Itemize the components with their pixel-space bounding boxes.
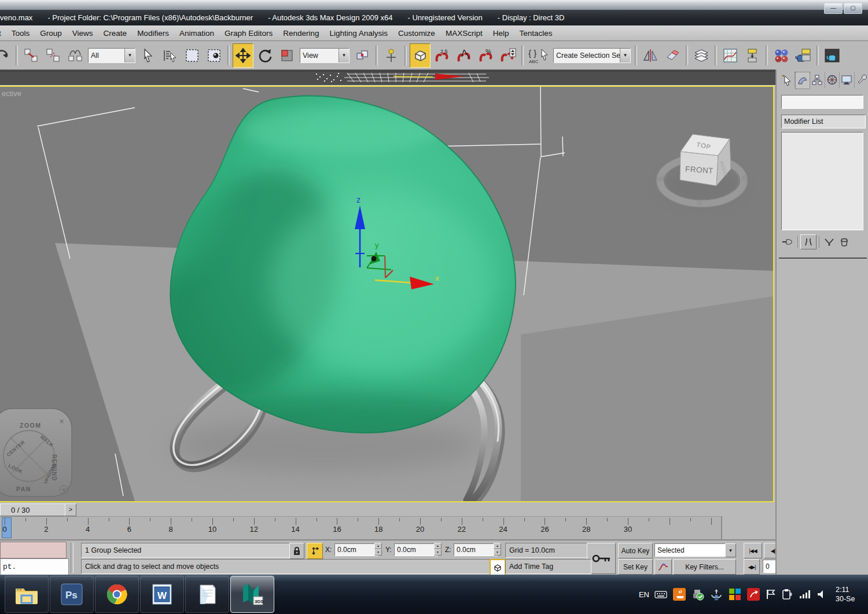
z-coordinate-field[interactable]: 0.0cm	[454, 543, 498, 556]
select-and-manipulate-icon[interactable]	[381, 43, 402, 68]
x-spinner[interactable]: ▲▼	[374, 543, 382, 556]
y-spinner[interactable]: ▲▼	[434, 543, 442, 556]
render-setup-icon[interactable]	[793, 43, 814, 68]
time-slider-track[interactable]: 0 / 30 >	[0, 502, 775, 516]
tab-modify[interactable]	[795, 72, 811, 89]
named-selection-set-dropdown[interactable]: Create Selection Set ▼	[553, 48, 631, 63]
named-selection-sets-icon[interactable]: { }ABC	[527, 43, 551, 68]
tab-utilities[interactable]	[855, 72, 868, 88]
x-coordinate-field[interactable]: 0.0cm	[334, 543, 378, 556]
menu-item-tools[interactable]: Tools	[6, 29, 35, 38]
menu-item-group[interactable]: Group	[35, 29, 67, 38]
menu-item-help[interactable]: Help	[488, 29, 514, 38]
maximize-button[interactable]: ▢	[844, 3, 862, 14]
listener-splitter[interactable]	[71, 543, 73, 573]
power-plug-icon[interactable]	[782, 589, 793, 600]
window-crossing-icon[interactable]	[204, 43, 225, 68]
java-icon[interactable]	[673, 588, 686, 601]
perspective-viewport[interactable]: z y x W S E	[0, 87, 773, 501]
viewport-label[interactable]: ective	[2, 89, 21, 98]
menu-item-animation[interactable]: Animation	[174, 29, 219, 38]
minimize-button[interactable]: —	[824, 3, 843, 14]
chevron-down-icon[interactable]: ▼	[339, 49, 349, 62]
taskbar-word[interactable]: W	[140, 576, 184, 613]
time-slider-handle[interactable]: 0 / 30	[0, 503, 74, 516]
reference-coordinate-dropdown[interactable]: View ▼	[300, 48, 350, 63]
menu-item-maxscript[interactable]: MAXScript	[440, 29, 488, 38]
schematic-view-icon[interactable]	[742, 43, 763, 68]
bind-to-space-warp-icon[interactable]	[65, 43, 86, 68]
volume-icon[interactable]	[816, 589, 827, 600]
menu-item-views[interactable]: Views	[67, 29, 98, 38]
percent-snap-icon[interactable]: %	[476, 43, 496, 68]
track-bar[interactable]: 024681012141618202224262830	[0, 516, 775, 540]
show-end-result-icon[interactable]	[800, 234, 816, 249]
wheel-close-icon[interactable]: ✕	[59, 418, 64, 425]
menu-item-t[interactable]: t	[0, 29, 6, 38]
pin-stack-icon[interactable]	[780, 235, 795, 249]
key-filter-dropdown[interactable]: Selected	[654, 543, 731, 557]
select-object-icon[interactable]	[138, 43, 159, 68]
select-and-link-icon[interactable]	[21, 43, 42, 68]
new-key-default-in-tangent-icon[interactable]	[654, 559, 672, 575]
squeezed-viewport-strip[interactable]	[0, 71, 775, 86]
keyboard-icon[interactable]	[654, 590, 667, 598]
select-and-rotate-icon[interactable]	[255, 43, 275, 68]
set-key-button[interactable]: Set Key	[618, 559, 653, 575]
snaps-toggle-icon[interactable]	[410, 43, 431, 68]
menu-item-rendering[interactable]: Rendering	[278, 29, 324, 38]
language-indicator[interactable]: EN	[639, 590, 649, 599]
angle-snap-icon[interactable]	[454, 43, 475, 68]
modifier-stack-list[interactable]	[781, 132, 863, 230]
menu-item-modifiers[interactable]: Modifiers	[132, 29, 174, 38]
spinner-snap-icon[interactable]	[498, 43, 518, 68]
select-and-move-icon[interactable]	[233, 43, 253, 68]
rectangular-selection-region-icon[interactable]	[182, 43, 203, 68]
menu-item-customize[interactable]: Customize	[393, 29, 440, 38]
tab-create[interactable]	[780, 72, 795, 88]
taskbar-notepad[interactable]	[185, 576, 229, 613]
taskbar-windows-explorer[interactable]	[5, 576, 49, 613]
curve-editor-icon[interactable]	[720, 43, 741, 68]
unlink-selection-icon[interactable]	[43, 43, 64, 68]
make-unique-icon[interactable]	[822, 235, 837, 249]
layer-manager-icon[interactable]	[691, 43, 712, 68]
redo-icon[interactable]	[0, 43, 13, 68]
taskbar-clock[interactable]: 2:11 30-Se	[836, 585, 868, 604]
select-and-scale-icon[interactable]	[277, 43, 297, 68]
action-center-flag-icon[interactable]	[766, 589, 776, 600]
z-spinner[interactable]: ▲▼	[494, 543, 501, 556]
go-to-start-button[interactable]: |◀◀	[744, 543, 762, 558]
modifier-list-dropdown[interactable]: Modifier List	[781, 115, 866, 128]
key-mode-toggle[interactable]: ◀▶|	[744, 559, 760, 575]
taskbar-3ds-max[interactable]: 3DS	[230, 576, 274, 613]
tab-display[interactable]	[840, 72, 855, 88]
align-icon[interactable]	[662, 43, 683, 68]
maxscript-listener-white[interactable]: pt.	[0, 558, 69, 575]
material-editor-icon[interactable]	[771, 43, 792, 68]
mirror-icon[interactable]	[640, 43, 661, 68]
usb-device-icon[interactable]	[692, 588, 704, 601]
chevron-down-icon[interactable]: ▼	[620, 49, 630, 62]
taskbar-photoshop[interactable]: Ps	[50, 576, 94, 613]
maxscript-listener-pink[interactable]	[0, 542, 67, 558]
selection-lock-toggle[interactable]	[289, 543, 304, 559]
window-titlebar[interactable]: veno.max - Project Folder: C:\Program Fi…	[0, 10, 868, 25]
chevron-down-icon[interactable]: ▼	[124, 49, 135, 62]
taskbar-chrome[interactable]	[95, 576, 139, 613]
steering-wheel[interactable]: ZOOM ✕ CENTER WALK LOOK UP/DOWN REWIND P…	[0, 409, 72, 497]
auto-key-button[interactable]: Auto Key	[618, 543, 653, 558]
menu-item-lighting-analysis[interactable]: Lighting Analysis	[325, 29, 393, 38]
red-launcher-icon[interactable]	[747, 588, 760, 601]
network-signal-icon[interactable]	[799, 590, 811, 599]
menu-item-create[interactable]: Create	[98, 29, 133, 38]
update-agent-icon[interactable]	[710, 588, 723, 601]
selection-filter-dropdown[interactable]: All ▼	[88, 48, 135, 63]
key-filter-dropdown-arrow[interactable]: ▼	[725, 543, 736, 557]
absolute-mode-toggle[interactable]	[307, 543, 323, 559]
next-key-button[interactable]: >	[65, 503, 76, 516]
key-filters-button[interactable]: Key Filters...	[673, 559, 736, 575]
tab-hierarchy[interactable]	[810, 72, 825, 88]
snap-25d-icon[interactable]: 2.5	[432, 43, 453, 68]
avg-antivirus-icon[interactable]	[729, 588, 741, 601]
